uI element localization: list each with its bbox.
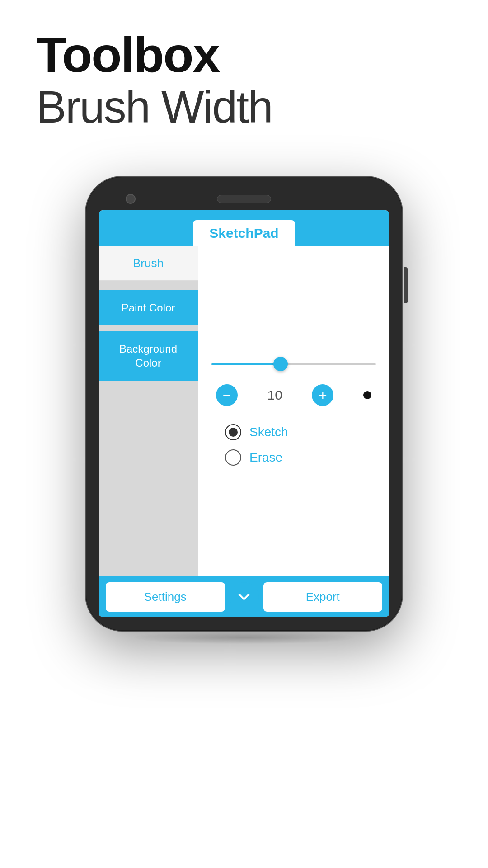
radio-erase-label: Erase bbox=[249, 450, 282, 465]
paint-color-button[interactable]: Paint Color bbox=[99, 290, 198, 326]
radio-group: Sketch Erase bbox=[211, 424, 376, 466]
sidebar: Brush Paint Color Background Color bbox=[99, 246, 198, 576]
controls-row: − 10 + bbox=[211, 384, 376, 406]
slider-thumb[interactable] bbox=[273, 357, 288, 371]
radio-erase-outer bbox=[225, 449, 241, 466]
phone-side-button bbox=[404, 267, 408, 303]
background-color-button[interactable]: Background Color bbox=[99, 331, 198, 381]
chevron-down-button[interactable] bbox=[230, 582, 259, 612]
phone-speaker bbox=[217, 195, 271, 203]
decrement-button[interactable]: − bbox=[216, 384, 238, 406]
phone-screen: SketchPad Brush Paint Color Background C… bbox=[99, 210, 389, 617]
app-bottom-bar: Settings Export bbox=[99, 576, 389, 617]
settings-button[interactable]: Settings bbox=[106, 582, 225, 612]
app-title-tab: SketchPad bbox=[193, 220, 295, 246]
increment-button[interactable]: + bbox=[312, 384, 333, 406]
radio-sketch-inner bbox=[229, 428, 238, 437]
slider-track bbox=[211, 363, 376, 365]
chevron-down-icon bbox=[236, 589, 252, 605]
app-body: Brush Paint Color Background Color bbox=[99, 246, 389, 576]
radio-sketch-outer bbox=[225, 424, 241, 440]
phone-shadow bbox=[131, 631, 357, 644]
app-header: SketchPad bbox=[99, 210, 389, 246]
phone-camera bbox=[126, 194, 136, 204]
phone-shell: SketchPad Brush Paint Color Background C… bbox=[86, 177, 402, 631]
main-content: − 10 + Sketch bbox=[198, 246, 389, 576]
slider-value-display: 10 bbox=[267, 387, 282, 403]
radio-erase[interactable]: Erase bbox=[225, 449, 282, 466]
slider-track-wrapper[interactable] bbox=[211, 357, 376, 371]
title-brush-width: Brush Width bbox=[36, 82, 452, 132]
phone-top-bar bbox=[99, 190, 389, 210]
radio-sketch[interactable]: Sketch bbox=[225, 424, 288, 440]
title-toolbox: Toolbox bbox=[36, 27, 452, 82]
slider-fill bbox=[211, 363, 281, 365]
slider-area: − 10 + Sketch bbox=[211, 357, 376, 466]
sidebar-brush-label: Brush bbox=[99, 246, 198, 281]
brush-preview-dot bbox=[363, 391, 371, 399]
radio-sketch-label: Sketch bbox=[249, 425, 288, 439]
page-header: Toolbox Brush Width bbox=[0, 0, 488, 150]
phone-wrapper: SketchPad Brush Paint Color Background C… bbox=[86, 177, 402, 644]
export-button[interactable]: Export bbox=[263, 582, 383, 612]
